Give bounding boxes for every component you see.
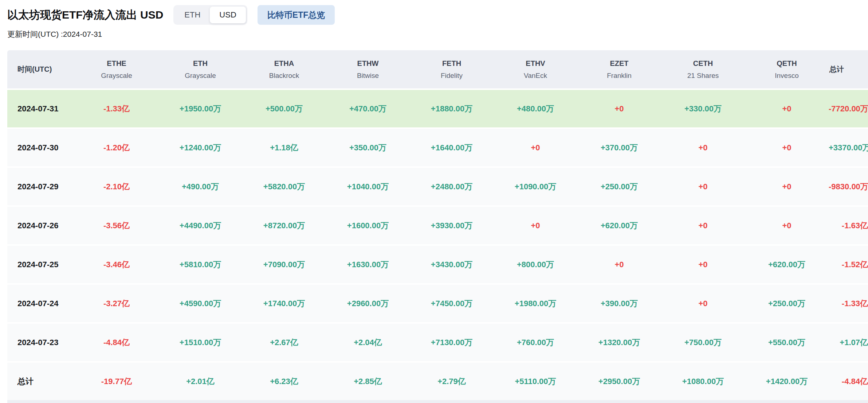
date-cell: 2024-07-25 xyxy=(7,260,75,269)
value-cell: +6.23亿 xyxy=(242,376,326,387)
fund-issuer: Grayscale xyxy=(158,72,242,80)
value-cell: +0 xyxy=(745,182,829,191)
value-cell: +4590.00万 xyxy=(158,298,242,309)
fund-issuer: Invesco xyxy=(745,72,829,80)
currency-toggle: ETH USD xyxy=(173,5,247,25)
value-cell: +7130.00万 xyxy=(410,337,494,348)
etf-flow-table: 时间(UTC) ETHEGrayscaleETHGrayscaleETHABla… xyxy=(7,50,868,400)
value-cell: +5820.00万 xyxy=(242,181,326,192)
value-cell: -1.20亿 xyxy=(75,142,158,153)
value-cell: -2.10亿 xyxy=(75,181,158,192)
fund-ticker: ETHE xyxy=(75,59,158,68)
table-row: 2024-07-31-1.33亿+1950.00万+500.00万+470.00… xyxy=(7,88,868,127)
fund-ticker: ETHW xyxy=(326,59,410,68)
fund-ticker: ETHV xyxy=(494,59,577,68)
value-cell: +1080.00万 xyxy=(661,376,745,387)
value-cell: +0 xyxy=(745,104,829,114)
fund-column-header-ethv: ETHVVanEck xyxy=(494,59,577,80)
fund-column-header-feth: FETHFidelity xyxy=(410,59,494,80)
time-column-header: 时间(UTC) xyxy=(7,64,75,74)
value-cell: +750.00万 xyxy=(661,337,745,348)
value-cell: +0 xyxy=(494,221,577,230)
fund-issuer: Fidelity xyxy=(410,72,494,80)
value-cell: +2.79亿 xyxy=(410,376,494,387)
toggle-option-usd[interactable]: USD xyxy=(210,7,246,23)
page-title: 以太坊现货ETF净流入流出 USD xyxy=(7,8,163,23)
value-cell: +620.00万 xyxy=(745,259,829,270)
value-cell: +330.00万 xyxy=(661,103,745,114)
value-cell: +470.00万 xyxy=(326,103,410,114)
table-row: 2024-07-30-1.20亿+1240.00万+1.18亿+350.00万+… xyxy=(7,127,868,166)
value-cell: -9830.00万 xyxy=(829,181,868,192)
value-cell: +0 xyxy=(661,221,745,230)
value-cell: +1.18亿 xyxy=(242,142,326,153)
value-cell: -7720.00万 xyxy=(829,103,868,114)
value-cell: +3930.00万 xyxy=(410,220,494,231)
value-cell: +370.00万 xyxy=(577,142,661,153)
btc-etf-overview-button[interactable]: 比特币ETF总览 xyxy=(258,5,335,25)
value-cell: +7090.00万 xyxy=(242,259,326,270)
date-cell: 2024-07-31 xyxy=(7,104,75,114)
value-cell: +620.00万 xyxy=(577,220,661,231)
value-cell: +0 xyxy=(745,221,829,230)
value-cell: +1600.00万 xyxy=(326,220,410,231)
value-cell: +3370.00万 xyxy=(829,142,868,153)
fund-issuer: Blackrock xyxy=(242,72,326,80)
value-cell: +2.67亿 xyxy=(242,337,326,348)
value-cell: +1040.00万 xyxy=(326,181,410,192)
date-cell: 2024-07-23 xyxy=(7,338,75,347)
value-cell: -3.56亿 xyxy=(75,220,158,231)
fund-ticker: QETH xyxy=(745,59,829,68)
value-cell: +0 xyxy=(661,260,745,269)
value-cell: +0 xyxy=(494,143,577,153)
date-cell: 2024-07-24 xyxy=(7,299,75,308)
fund-ticker: FETH xyxy=(410,59,494,68)
value-cell: -3.46亿 xyxy=(75,259,158,270)
value-cell: +8720.00万 xyxy=(242,220,326,231)
value-cell: +500.00万 xyxy=(242,103,326,114)
value-cell: -4.84亿 xyxy=(829,376,868,387)
value-cell: +1640.00万 xyxy=(410,142,494,153)
date-cell: 2024-07-26 xyxy=(7,221,75,230)
fund-column-header-ezet: EZETFranklin xyxy=(577,59,661,80)
value-cell: +1420.00万 xyxy=(745,376,829,387)
value-cell: +0 xyxy=(577,104,661,114)
fund-column-header-ceth: CETH21 Shares xyxy=(661,59,745,80)
value-cell: +0 xyxy=(745,143,829,153)
fund-column-header-ethe: ETHEGrayscale xyxy=(75,59,158,80)
value-cell: +350.00万 xyxy=(326,142,410,153)
value-cell: +480.00万 xyxy=(494,103,577,114)
table-body: 2024-07-31-1.33亿+1950.00万+500.00万+470.00… xyxy=(7,88,868,400)
total-column-header: 总计 xyxy=(829,64,868,74)
value-cell: -1.63亿 xyxy=(829,220,868,231)
value-cell: +5110.00万 xyxy=(494,376,577,387)
date-cell: 2024-07-29 xyxy=(7,182,75,191)
value-cell: -1.33亿 xyxy=(829,298,868,309)
fund-column-header-ethw: ETHWBitwise xyxy=(326,59,410,80)
value-cell: -19.77亿 xyxy=(75,376,158,387)
total-row: 总计-19.77亿+2.01亿+6.23亿+2.85亿+2.79亿+5110.0… xyxy=(7,361,868,400)
value-cell: +760.00万 xyxy=(494,337,577,348)
value-cell: +250.00万 xyxy=(577,181,661,192)
table-header-row: 时间(UTC) ETHEGrayscaleETHGrayscaleETHABla… xyxy=(7,50,868,88)
value-cell: +2950.00万 xyxy=(577,376,661,387)
toggle-option-eth[interactable]: ETH xyxy=(175,7,210,23)
fund-column-header-eth: ETHGrayscale xyxy=(158,59,242,80)
fund-ticker: ETHA xyxy=(242,59,326,68)
update-time-label: 更新时间(UTC) :2024-07-31 xyxy=(7,29,868,39)
table-row: 2024-07-25-3.46亿+5810.00万+7090.00万+1630.… xyxy=(7,244,868,283)
value-cell: +0 xyxy=(661,299,745,308)
value-cell: +2960.00万 xyxy=(326,298,410,309)
value-cell: -4.84亿 xyxy=(75,337,158,348)
table-row: 2024-07-29-2.10亿+490.00万+5820.00万+1040.0… xyxy=(7,166,868,205)
value-cell: +800.00万 xyxy=(494,259,577,270)
fund-issuer: Bitwise xyxy=(326,72,410,80)
value-cell: +390.00万 xyxy=(577,298,661,309)
value-cell: +4490.00万 xyxy=(158,220,242,231)
value-cell: +1950.00万 xyxy=(158,103,242,114)
value-cell: +1320.00万 xyxy=(577,337,661,348)
fund-ticker: CETH xyxy=(661,59,745,68)
fund-ticker: ETH xyxy=(158,59,242,68)
value-cell: +250.00万 xyxy=(745,298,829,309)
value-cell: -1.33亿 xyxy=(75,103,158,114)
